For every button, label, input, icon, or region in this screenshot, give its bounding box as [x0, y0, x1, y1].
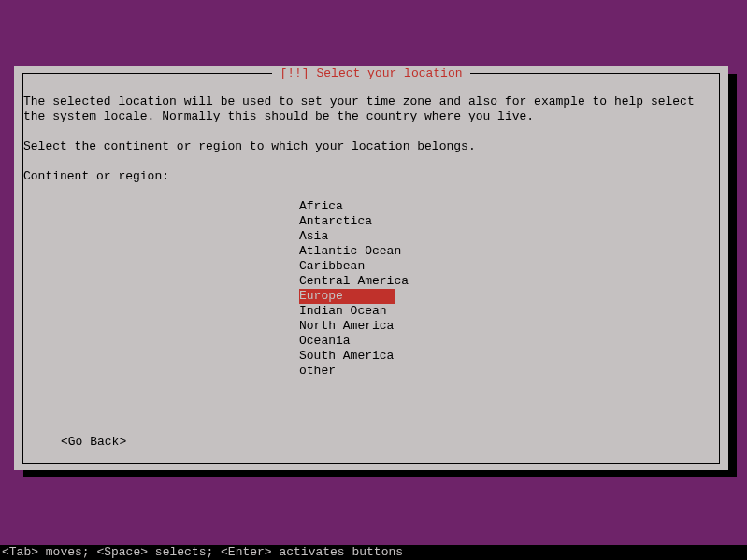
region-option[interactable]: Oceania	[23, 334, 719, 349]
status-bar: <Tab> moves; <Space> selects; <Enter> ac…	[0, 545, 747, 560]
region-option-label: Asia	[299, 229, 366, 244]
region-option[interactable]: South America	[23, 349, 719, 364]
region-option[interactable]: Asia	[23, 229, 719, 244]
region-option-label: Oceania	[299, 334, 388, 349]
region-option[interactable]: Central America	[23, 274, 719, 289]
region-option[interactable]: Atlantic Ocean	[23, 244, 719, 259]
region-option[interactable]: Indian Ocean	[23, 304, 719, 319]
region-option-label: Africa	[299, 199, 381, 214]
region-option-label: Atlantic Ocean	[299, 244, 438, 259]
region-option-label: Caribbean	[299, 259, 402, 274]
region-option-label: other	[299, 364, 373, 379]
region-option[interactable]: Caribbean	[23, 259, 719, 274]
region-option[interactable]: North America	[23, 319, 719, 334]
region-option[interactable]: other	[23, 364, 719, 379]
dialog-title-wrap: [!!] Select your location	[23, 66, 719, 81]
dialog-title: [!!] Select your location	[272, 66, 469, 81]
list-label: Continent or region:	[23, 169, 719, 184]
region-option-label: North America	[299, 319, 431, 334]
region-option-label: South America	[299, 349, 431, 364]
region-option[interactable]: Europe	[23, 289, 719, 304]
intro-paragraph-1: The selected location will be used to se…	[23, 94, 719, 124]
region-option-label: Central America	[299, 274, 446, 289]
go-back-button[interactable]: <Go Back>	[61, 435, 126, 450]
region-option-label: Antarctica	[299, 214, 409, 229]
region-option[interactable]: Antarctica	[23, 214, 719, 229]
region-option-label: Indian Ocean	[299, 304, 424, 319]
location-dialog: [!!] Select your location The selected l…	[14, 66, 728, 470]
region-option-label: Europe	[299, 289, 395, 304]
region-list: AfricaAntarcticaAsiaAtlantic OceanCaribb…	[23, 199, 719, 379]
region-option[interactable]: Africa	[23, 199, 719, 214]
intro-paragraph-2: Select the continent or region to which …	[23, 139, 719, 154]
dialog-content: The selected location will be used to se…	[23, 94, 719, 379]
